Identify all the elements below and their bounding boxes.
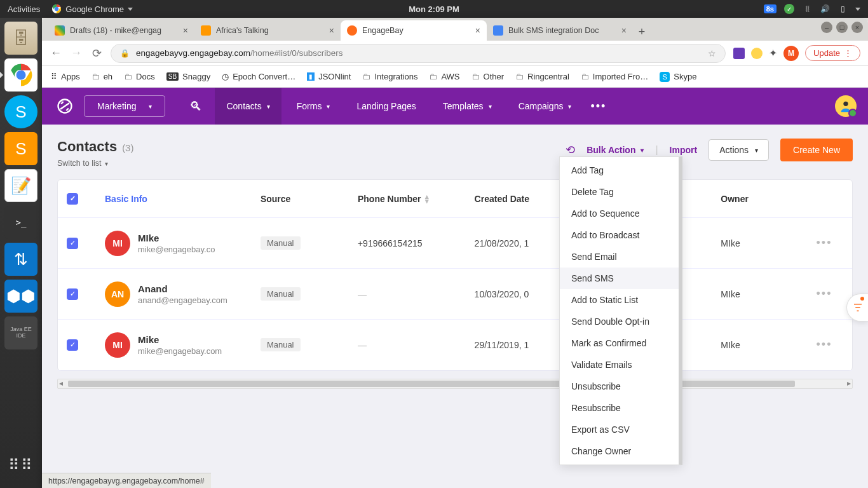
user-avatar[interactable] (835, 95, 857, 117)
launcher-apps-grid[interactable]: ⠿⠿ (4, 449, 37, 482)
search-icon[interactable]: 🔍︎ (189, 99, 202, 114)
row-more-menu[interactable]: ••• (805, 236, 843, 250)
status-ok-icon[interactable]: ✓ (784, 4, 794, 14)
launcher-sublime[interactable]: S (4, 132, 37, 165)
nav-campaigns[interactable]: Campaigns▾ (507, 88, 583, 125)
contact-name[interactable]: Anand (138, 283, 227, 294)
row-more-menu[interactable]: ••• (805, 287, 843, 301)
close-icon[interactable]: × (183, 25, 188, 36)
window-close[interactable]: × (851, 22, 863, 33)
launcher-skype[interactable]: S (4, 95, 37, 128)
row-more-menu[interactable]: ••• (805, 338, 843, 351)
bulk-menu-item[interactable]: Add to Broadcast (560, 224, 679, 246)
row-checkbox[interactable]: ✓ (67, 288, 78, 300)
table-row[interactable]: ✓ANAnandanand@engagebay.comManual—10/03/… (58, 269, 852, 320)
nav-templates[interactable]: Templates▾ (431, 88, 503, 125)
import-link[interactable]: Import (670, 145, 698, 155)
tab-africas-talking[interactable]: Africa's Talking × (194, 20, 341, 41)
extension-icon[interactable] (751, 48, 763, 59)
app-logo[interactable] (53, 95, 76, 118)
module-switcher[interactable]: Marketing▾ (84, 95, 165, 117)
bookmark-jsonlint[interactable]: ▮JSONlint (307, 72, 351, 81)
launcher-chrome[interactable] (4, 58, 37, 92)
bookmark-eh[interactable]: 🗀eh (92, 72, 112, 81)
nav-forms[interactable]: Forms▾ (285, 88, 342, 125)
bookmark-skype[interactable]: SSkype (660, 72, 696, 82)
forward-button[interactable]: → (70, 46, 83, 60)
contact-name[interactable]: Mike (138, 334, 222, 345)
actions-button[interactable]: Actions▾ (709, 139, 769, 161)
bulk-menu-item[interactable]: Add to Static List (560, 289, 679, 311)
bulk-menu-item[interactable]: Validate Emails (560, 354, 679, 376)
reload-button[interactable]: ⟳ (90, 46, 103, 60)
wifi-icon[interactable]: ⧛ (802, 4, 812, 14)
table-row[interactable]: ✓MIMikemike@engagebay.comManual—29/11/20… (58, 320, 852, 370)
bookmark-ringcentral[interactable]: 🗀Ringcentral (515, 72, 569, 81)
create-new-button[interactable]: Create New (780, 139, 853, 161)
url-input[interactable]: 🔒 engagebayvg.engagebay.com/home#list/0/… (111, 44, 726, 63)
launcher-files[interactable]: 🗄 (4, 22, 37, 55)
nav-contacts[interactable]: Contacts▾ (215, 88, 281, 125)
bulk-menu-item[interactable]: Resubscribe (560, 397, 679, 419)
nav-landing-pages[interactable]: Landing Pages (345, 88, 427, 125)
table-row[interactable]: ✓MIMIkemike@engagebay.coManual+919666154… (58, 218, 852, 269)
close-icon[interactable]: × (621, 25, 627, 36)
contact-name[interactable]: MIke (138, 233, 215, 243)
bulk-menu-item[interactable]: Send Email (560, 246, 679, 268)
launcher-text-editor[interactable]: 📝 (4, 169, 37, 202)
col-phone[interactable]: Phone Number▴▾ (358, 194, 475, 204)
window-minimize[interactable]: – (821, 22, 832, 33)
bulk-menu-item[interactable]: Delete Tag (560, 181, 679, 203)
close-icon[interactable]: × (329, 25, 334, 36)
tray-badge[interactable]: 8s (764, 4, 776, 13)
system-menu-icon[interactable] (855, 8, 860, 11)
bookmark-imported[interactable]: 🗀Imported Fro… (581, 72, 648, 81)
bookmark-snaggy[interactable]: SBSnaggy (166, 72, 210, 81)
launcher-java-ide[interactable]: Java EEIDE (4, 316, 37, 349)
select-all-checkbox[interactable]: ✓ (67, 193, 78, 205)
bookmark-epoch[interactable]: ◷Epoch Convert… (222, 72, 295, 81)
bulk-menu-item[interactable]: Export as CSV (560, 419, 679, 440)
bulk-menu-item[interactable]: Send Double Opt-in (560, 311, 679, 332)
launcher-terminal[interactable]: >_ (4, 206, 37, 239)
new-tab-button[interactable]: + (633, 23, 651, 41)
clock[interactable]: Mon 2:09 PM (409, 4, 459, 14)
nav-more[interactable]: ••• (590, 100, 606, 113)
window-maximize[interactable]: □ (836, 22, 848, 33)
row-checkbox[interactable]: ✓ (67, 238, 78, 249)
tab-drafts[interactable]: Drafts (18) - mike@engag × (48, 20, 194, 41)
bulk-menu-item[interactable]: Unsubscribe (560, 376, 679, 397)
bulk-menu-item[interactable]: Add Tag (560, 159, 679, 181)
refresh-icon[interactable]: ⟲ (566, 143, 575, 157)
extensions-menu-icon[interactable]: ✦ (769, 47, 777, 59)
col-owner[interactable]: Owner (721, 194, 805, 204)
close-icon[interactable]: × (475, 25, 480, 36)
activities-button[interactable]: Activities (8, 4, 40, 14)
col-basic-info[interactable]: Basic Info (105, 194, 261, 204)
row-checkbox[interactable]: ✓ (67, 339, 78, 351)
bookmark-apps[interactable]: ⠿Apps (51, 72, 80, 81)
profile-avatar[interactable]: M (783, 46, 799, 61)
update-button[interactable]: Update⋮ (805, 45, 860, 61)
bulk-action-dropdown[interactable]: Bulk Action▾ (587, 145, 644, 155)
bulk-menu-item[interactable]: Change Owner (560, 440, 679, 462)
tab-engagebay[interactable]: EngageBay × (341, 20, 487, 41)
bookmark-integrations[interactable]: 🗀Integrations (362, 72, 417, 81)
bulk-menu-item[interactable]: Mark as Confirmed (560, 332, 679, 354)
bookmark-other[interactable]: 🗀Other (471, 72, 505, 81)
bookmark-aws[interactable]: 🗀AWS (429, 72, 459, 81)
col-source[interactable]: Source (261, 194, 358, 204)
back-button[interactable]: ← (50, 46, 62, 60)
battery-icon[interactable]: ▯ (837, 4, 848, 14)
app-menu[interactable]: Google Chrome (51, 4, 133, 14)
bulk-menu-item[interactable]: Send SMS (560, 268, 679, 289)
tab-bulk-sms-doc[interactable]: Bulk SMS integration Doc × (487, 20, 633, 41)
launcher-modules[interactable]: ⬢⬢ (4, 280, 37, 313)
bulk-menu-item[interactable]: Add to Sequence (560, 203, 679, 224)
star-icon[interactable]: ☆ (708, 48, 716, 58)
horizontal-scrollbar[interactable] (57, 379, 853, 389)
bookmark-docs[interactable]: 🗀Docs (124, 72, 155, 81)
volume-icon[interactable]: 🔊 (820, 4, 830, 14)
extension-icon[interactable] (733, 48, 745, 59)
switch-to-list[interactable]: Switch to list▾ (57, 159, 133, 168)
